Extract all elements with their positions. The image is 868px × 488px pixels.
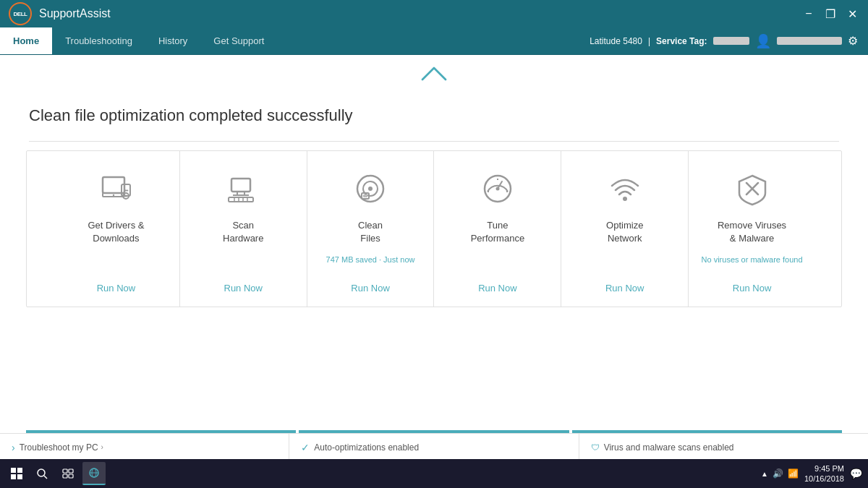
svg-rect-7	[231, 179, 250, 192]
taskbar-task-view-icon[interactable]	[56, 462, 80, 485]
user-info: ●●●●●	[777, 37, 842, 45]
system-tray-icons: ▲ 🔊 📶	[761, 468, 799, 479]
svg-rect-39	[69, 474, 73, 478]
nav-right-info: Latitude 5480 | Service Tag: ●●●●●●● 👤 ●…	[590, 27, 868, 54]
auto-optimizations-item[interactable]: ✓ Auto-optimizations enabled	[289, 434, 579, 461]
chevron-up-icon	[0, 55, 868, 92]
svg-rect-31	[17, 468, 22, 473]
taskbar-icons	[30, 462, 106, 485]
card-tune-performance-title: TunePerformance	[471, 219, 524, 245]
svg-rect-32	[11, 474, 16, 479]
taskbar-clock: 9:45 PM 10/16/2018	[804, 463, 844, 484]
main-content: Clean file optimization completed succes…	[0, 55, 868, 461]
check-icon: ✓	[301, 442, 310, 453]
user-icon: 👤	[755, 33, 771, 49]
notification-icon[interactable]: 💬	[850, 468, 862, 479]
card-get-drivers[interactable]: ⬅ Get Drivers &Downloads Run Now	[53, 151, 180, 307]
card-scan-hardware[interactable]: ScanHardware Run Now	[180, 151, 307, 307]
card-tune-performance[interactable]: TunePerformance Run Now	[434, 151, 561, 307]
app-title: SupportAssist	[39, 7, 801, 20]
svg-rect-11	[229, 197, 253, 202]
optimize-network-icon	[603, 167, 647, 210]
card-get-drivers-title: Get Drivers &Downloads	[88, 219, 144, 245]
clean-files-icon	[349, 167, 392, 210]
card-clean-files[interactable]: CleanFiles 747 MB saved · Just now Run N…	[307, 151, 435, 307]
svg-point-2	[113, 194, 114, 196]
svg-line-35	[44, 476, 47, 479]
tab-troubleshooting[interactable]: Troubleshooting	[52, 27, 145, 54]
svg-rect-36	[63, 469, 67, 473]
divider	[29, 141, 839, 142]
auto-optimizations-label: Auto-optimizations enabled	[314, 442, 419, 453]
svg-point-6	[125, 195, 127, 197]
virus-scans-label: Virus and malware scans enabled	[604, 442, 734, 453]
service-tag-label: Service Tag:	[656, 36, 707, 46]
tab-history[interactable]: History	[145, 27, 200, 54]
card-remove-viruses-title: Remove Viruses& Malware	[718, 219, 786, 245]
speaker-icon[interactable]: 🔊	[773, 468, 783, 479]
minimize-button[interactable]: −	[801, 7, 816, 21]
window-controls: − ❐ ✕	[801, 7, 859, 21]
card-optimize-network[interactable]: OptimizeNetwork Run Now	[561, 151, 689, 307]
tune-performance-icon	[476, 167, 519, 210]
virus-scans-item[interactable]: 🛡 Virus and malware scans enabled	[579, 434, 868, 461]
title-bar: DELL SupportAssist − ❐ ✕	[0, 0, 868, 27]
tray-arrow-icon[interactable]: ▲	[761, 470, 768, 478]
close-button[interactable]: ✕	[845, 7, 859, 21]
tab-get-support[interactable]: Get Support	[200, 27, 277, 54]
run-now-get-drivers[interactable]: Run Now	[97, 280, 135, 296]
troubleshoot-chevron-icon: ›	[101, 443, 103, 451]
svg-rect-30	[11, 468, 16, 473]
device-name: Latitude 5480	[590, 36, 642, 46]
card-optimize-network-title: OptimizeNetwork	[606, 219, 643, 245]
troubleshoot-pc-label: Troubleshoot my PC	[20, 442, 98, 453]
svg-rect-33	[17, 474, 22, 479]
run-now-remove-viruses[interactable]: Run Now	[733, 280, 771, 296]
taskbar-browser-icon[interactable]	[82, 462, 106, 485]
dell-logo: DELL	[9, 2, 32, 25]
network-icon[interactable]: 📶	[788, 468, 799, 479]
taskbar-right: ▲ 🔊 📶 9:45 PM 10/16/2018 💬	[761, 463, 862, 484]
taskbar-date-display: 10/16/2018	[804, 474, 844, 484]
success-title: Clean file optimization completed succes…	[29, 106, 353, 124]
service-tag-value: ●●●●●●●	[713, 37, 749, 45]
card-clean-files-title: CleanFiles	[358, 219, 383, 245]
nav-bar: Home Troubleshooting History Get Support…	[0, 27, 868, 55]
troubleshoot-pc-item[interactable]: › Troubleshoot my PC ›	[0, 434, 289, 461]
card-remove-viruses-subtitle: No viruses or malware found	[702, 249, 803, 270]
svg-point-23	[495, 187, 499, 191]
svg-rect-20	[363, 194, 367, 197]
get-drivers-icon: ⬅	[94, 167, 137, 210]
cards-grid: ⬅ Get Drivers &Downloads Run Now	[26, 150, 842, 307]
bottom-bar: › Troubleshoot my PC › ✓ Auto-optimizati…	[0, 433, 868, 461]
svg-point-27	[623, 197, 627, 201]
shield-icon: 🛡	[591, 442, 600, 453]
run-now-tune-performance[interactable]: Run Now	[478, 280, 516, 296]
success-banner: Clean file optimization completed succes…	[0, 92, 868, 132]
svg-point-18	[368, 187, 373, 191]
taskbar-search-icon[interactable]	[30, 462, 54, 485]
svg-rect-37	[69, 469, 73, 473]
restore-button[interactable]: ❐	[823, 7, 838, 21]
remove-viruses-icon	[731, 167, 774, 210]
card-remove-viruses[interactable]: Remove Viruses& Malware No viruses or ma…	[689, 151, 815, 307]
taskbar-time-display: 9:45 PM	[804, 463, 844, 474]
card-clean-files-subtitle: 747 MB saved · Just now	[326, 249, 415, 270]
settings-icon[interactable]: ⚙	[848, 34, 858, 48]
scan-hardware-icon	[221, 167, 265, 210]
tab-home[interactable]: Home	[0, 27, 52, 54]
svg-point-34	[38, 469, 45, 476]
run-now-optimize-network[interactable]: Run Now	[605, 280, 644, 296]
troubleshoot-icon: ›	[12, 442, 15, 453]
run-now-scan-hardware[interactable]: Run Now	[224, 280, 263, 296]
run-now-clean-files[interactable]: Run Now	[351, 280, 389, 296]
card-scan-hardware-title: ScanHardware	[223, 219, 263, 245]
windows-taskbar: ▲ 🔊 📶 9:45 PM 10/16/2018 💬	[0, 459, 868, 488]
start-button[interactable]	[6, 463, 27, 484]
svg-rect-38	[63, 474, 67, 478]
